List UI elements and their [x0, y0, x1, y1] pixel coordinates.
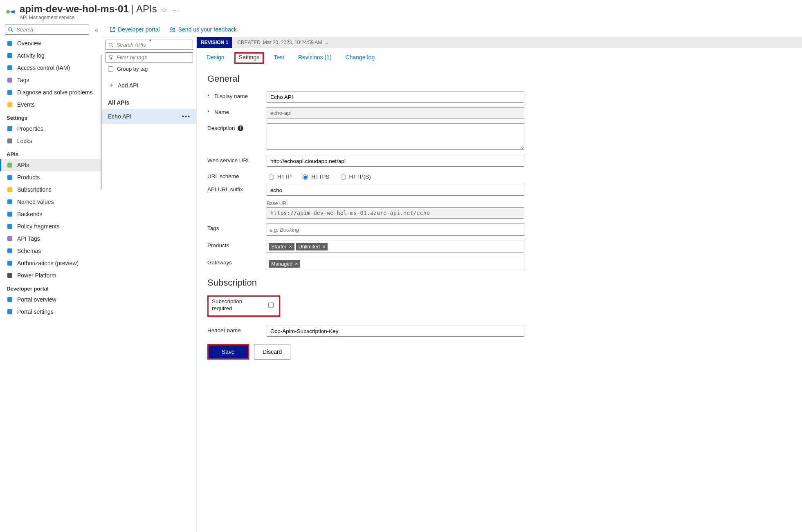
tags-text-input[interactable]	[269, 226, 522, 233]
nav-search[interactable]	[5, 25, 89, 35]
gateways-input[interactable]: Managed ×	[267, 258, 524, 270]
section-subscription: Subscription	[207, 277, 791, 288]
subscription-required-label: Subscription required	[212, 298, 250, 312]
main-panel: REVISION 1 CREATED Mar 20, 2023, 10:24:5…	[196, 37, 802, 532]
url-suffix-input[interactable]	[267, 185, 524, 196]
api-list-item-echo[interactable]: Echo API •••	[102, 109, 196, 124]
svg-rect-9	[7, 126, 12, 131]
nav-item-api-tags[interactable]: API Tags	[0, 232, 102, 245]
resource-name: apim-dev-we-hol-ms-01	[20, 3, 129, 15]
nav-item-products[interactable]: Products	[0, 171, 102, 183]
nav-item-properties[interactable]: Properties	[0, 123, 102, 135]
nav-item-power-platform[interactable]: Power Platform	[0, 269, 102, 282]
chip-remove-icon[interactable]: ×	[322, 244, 325, 250]
tag-filter-input[interactable]	[116, 54, 190, 61]
discard-button[interactable]: Discard	[254, 344, 290, 360]
add-api-button[interactable]: ＋ Add API	[102, 77, 196, 94]
people-icon	[7, 65, 13, 71]
nav-item-backends[interactable]: Backends	[0, 208, 102, 220]
nav-section-devportal: Developer portal	[0, 282, 102, 293]
api-icon	[7, 162, 13, 168]
nav-item-portal-settings[interactable]: Portal settings	[0, 306, 102, 318]
nav-item-locks[interactable]: Locks	[0, 135, 102, 147]
api-list-panel: ▴ Group by tag	[102, 37, 196, 532]
chevron-down-icon[interactable]: ⌄	[325, 40, 328, 45]
display-name-input[interactable]	[267, 92, 524, 103]
nav-item-schemas[interactable]: Schemas	[0, 245, 102, 257]
nav-item-authorizations-preview-[interactable]: Authorizations (preview)	[0, 257, 102, 269]
api-tabs: Design Settings Test Revisions (1) Chang…	[197, 48, 802, 64]
schema-icon	[7, 248, 13, 254]
products-input[interactable]: Starter ×Unlimited ×	[267, 241, 524, 253]
tab-test[interactable]: Test	[273, 52, 285, 64]
favorite-button[interactable]: ☆	[160, 4, 168, 16]
nav-search-input[interactable]	[16, 26, 86, 33]
page-title: APIs	[136, 3, 157, 15]
api-search-input[interactable]	[116, 41, 190, 48]
svg-rect-14	[7, 199, 12, 204]
chip-remove-icon[interactable]: ×	[289, 244, 292, 250]
save-button-highlight: Save	[207, 344, 249, 360]
scroll-up-icon[interactable]: ▴	[149, 38, 151, 42]
tab-settings[interactable]: Settings	[234, 52, 264, 64]
left-nav: « OverviewActivity logAccess control (IA…	[0, 22, 102, 532]
tab-design[interactable]: Design	[206, 52, 225, 64]
info-icon[interactable]: i	[238, 125, 243, 131]
svg-rect-7	[7, 90, 12, 95]
nav-section-settings: Settings	[0, 111, 102, 123]
tab-changelog[interactable]: Change log	[345, 52, 376, 64]
svg-rect-22	[7, 309, 12, 314]
created-date: Mar 20, 2023, 10:24:59 AM	[263, 40, 322, 45]
svg-rect-10	[7, 139, 12, 143]
cloud-icon	[7, 211, 13, 217]
globe-icon	[7, 40, 13, 47]
tags-input[interactable]	[267, 224, 524, 236]
all-apis-heading[interactable]: All APIs	[102, 94, 196, 109]
nav-item-tags[interactable]: Tags	[0, 74, 102, 86]
api-item-more-icon[interactable]: •••	[182, 113, 191, 120]
url-scheme-radios: HTTP HTTPS HTTP(S)	[267, 172, 524, 180]
collapse-nav-button[interactable]: «	[92, 26, 101, 34]
subscription-required-checkbox[interactable]	[268, 302, 274, 308]
nav-item-access-control-iam-[interactable]: Access control (IAM)	[0, 62, 102, 74]
nav-item-diagnose-and-solve-problems[interactable]: Diagnose and solve problems	[0, 86, 102, 98]
resource-type: API Management service	[20, 15, 181, 20]
svg-line-26	[112, 46, 113, 47]
web-service-url-input[interactable]	[267, 156, 524, 167]
header-name-input[interactable]	[267, 326, 524, 337]
svg-rect-8	[7, 102, 12, 107]
nav-item-portal-overview[interactable]: Portal overview	[0, 293, 102, 306]
scheme-both-radio[interactable]: HTTP(S)	[339, 173, 371, 180]
nav-item-named-values[interactable]: Named values	[0, 196, 102, 208]
feedback-icon	[170, 27, 176, 33]
description-input[interactable]	[267, 123, 524, 150]
section-general: General	[207, 74, 791, 84]
nav-section-apis: APIs	[0, 147, 102, 159]
chip-remove-icon[interactable]: ×	[295, 261, 298, 267]
nav-item-policy-fragments[interactable]: Policy fragments	[0, 220, 102, 232]
nav-item-activity-log[interactable]: Activity log	[0, 49, 102, 62]
tab-revisions[interactable]: Revisions (1)	[297, 52, 332, 64]
chip-managed[interactable]: Managed ×	[269, 260, 300, 268]
chip-unlimited[interactable]: Unlimited ×	[296, 243, 328, 250]
svg-rect-4	[7, 53, 12, 58]
props-icon	[7, 125, 13, 132]
nav-item-events[interactable]: Events	[0, 98, 102, 111]
svg-rect-20	[7, 273, 12, 278]
save-button[interactable]: Save	[209, 345, 248, 358]
tag-filter-box[interactable]	[106, 52, 193, 63]
nav-item-overview[interactable]: Overview	[0, 37, 102, 49]
feedback-link[interactable]: Send us your feedback	[170, 26, 237, 33]
nav-item-apis[interactable]: APIs	[0, 159, 102, 171]
svg-rect-13	[7, 187, 12, 192]
svg-rect-19	[7, 261, 12, 266]
scheme-http-radio[interactable]: HTTP	[267, 173, 292, 180]
scheme-https-radio[interactable]: HTTPS	[301, 173, 329, 180]
header-more-button[interactable]: ⋯	[171, 4, 181, 16]
created-label: CREATED	[237, 40, 260, 45]
chip-starter[interactable]: Starter ×	[269, 243, 294, 250]
nav-item-subscriptions[interactable]: Subscriptions	[0, 183, 102, 196]
group-by-tag-checkbox[interactable]: Group by tag	[106, 65, 193, 73]
tag-icon	[7, 235, 13, 242]
developer-portal-link[interactable]: Developer portal	[110, 26, 160, 33]
